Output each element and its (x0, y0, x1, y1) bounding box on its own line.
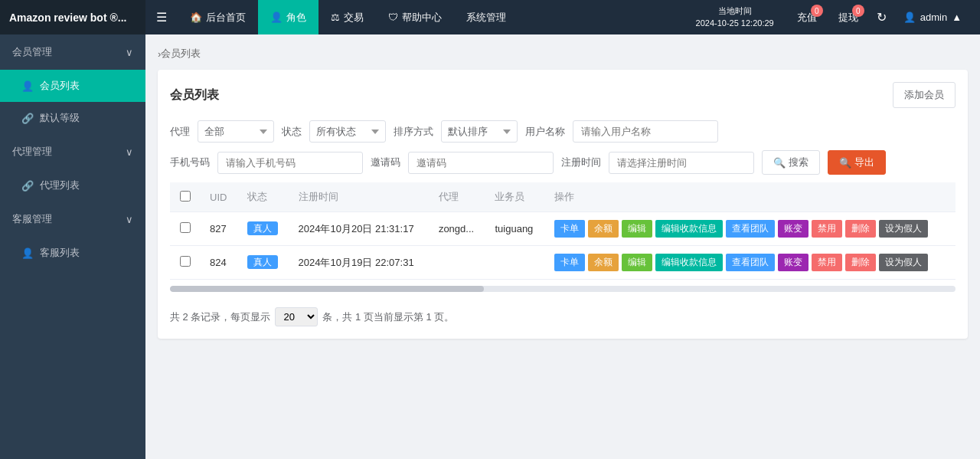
sidebar-item-default-level[interactable]: 🔗 默认等级 (0, 102, 145, 134)
col-register-time: 注册时间 (289, 182, 430, 212)
search-icon: 🔍 (773, 157, 786, 169)
action-btn-余额[interactable]: 余额 (588, 254, 619, 271)
action-btn-删除[interactable]: 删除 (845, 220, 876, 238)
register-filter-input[interactable] (609, 152, 754, 174)
action-btn-编辑[interactable]: 编辑 (622, 254, 652, 271)
withdraw-badge: 0 (852, 5, 864, 17)
select-all-checkbox[interactable] (180, 191, 191, 202)
add-member-button[interactable]: 添加会员 (893, 82, 956, 108)
sidebar-group-agent-mgmt[interactable]: 代理管理 ∨ (0, 134, 145, 169)
recharge-badge: 0 (811, 5, 823, 17)
cell-agent (430, 246, 486, 280)
status-filter-select[interactable]: 所有状态 (309, 120, 386, 143)
action-btn-禁用[interactable]: 禁用 (812, 220, 842, 238)
action-btn-设为假人[interactable]: 设为假人 (879, 254, 928, 271)
action-btn-编辑收款信息[interactable]: 编辑收款信息 (655, 254, 723, 271)
phone-filter-input[interactable] (217, 152, 363, 174)
col-salesperson: 业务员 (485, 182, 544, 212)
cell-actions: 卡单余额编辑编辑收款信息查看团队账变禁用删除设为假人 (545, 246, 956, 280)
col-uid: UID (201, 182, 238, 212)
members-table-wrapper: UID 状态 注册时间 代理 业务员 操作 827真人2024年10月20日 2… (170, 182, 956, 298)
recharge-button[interactable]: 充值 0 (786, 0, 828, 34)
user-menu-button[interactable]: 👤 admin ▲ (894, 0, 971, 34)
chevron-down-icon-3: ∨ (126, 214, 133, 225)
invite-filter-label: 邀请码 (371, 156, 400, 169)
nav-items: 🏠 后台首页 👤 角色 ⚖ 交易 🛡 帮助中心 系统管理 (178, 0, 696, 34)
action-btn-卡单[interactable]: 卡单 (554, 220, 585, 238)
table-header-row: UID 状态 注册时间 代理 业务员 操作 (170, 182, 956, 212)
sidebar-item-agent-list[interactable]: 🔗 代理列表 (0, 169, 145, 202)
sidebar: 会员管理 ∨ 👤 会员列表 🔗 默认等级 代理管理 ∨ 🔗 代理列表 客服管理 … (0, 34, 145, 459)
action-btn-查看团队[interactable]: 查看团队 (726, 254, 775, 271)
page-size-select[interactable]: 102050100 (275, 307, 318, 326)
nav-item-system[interactable]: 系统管理 (454, 0, 518, 34)
member-list-icon: 👤 (21, 80, 34, 92)
invite-filter-input[interactable] (408, 152, 554, 174)
action-btn-账变[interactable]: 账变 (778, 220, 808, 238)
main-content: › 会员列表 会员列表 添加会员 代理 全部 状态 所有状态 排序方式 (145, 34, 980, 459)
datetime-value: 2024-10-25 12:20:29 (696, 18, 774, 29)
action-btn-账变[interactable]: 账变 (778, 254, 808, 271)
action-btn-删除[interactable]: 删除 (845, 254, 876, 271)
sort-filter-select[interactable]: 默认排序 (441, 120, 518, 143)
nav-item-help[interactable]: 🛡 帮助中心 (376, 0, 454, 34)
action-btn-余额[interactable]: 余额 (588, 220, 619, 238)
nav-item-transactions[interactable]: ⚖ 交易 (318, 0, 376, 34)
agent-filter-label: 代理 (170, 125, 190, 139)
cell-uid: 824 (201, 246, 238, 280)
withdraw-button[interactable]: 提现 0 (828, 0, 869, 34)
col-status: 状态 (238, 182, 289, 212)
status-filter-label: 状态 (282, 125, 302, 139)
pagination-total-text: 共 2 条记录，每页显示 (170, 310, 270, 324)
chevron-down-icon: ∨ (126, 47, 133, 58)
sidebar-item-customer-list[interactable]: 👤 客服列表 (0, 237, 145, 269)
cell-salesperson: tuiguang (485, 212, 544, 246)
breadcrumb-item: 会员列表 (161, 47, 201, 61)
collapse-button[interactable]: ☰ (145, 0, 178, 34)
action-btn-卡单[interactable]: 卡单 (554, 254, 585, 271)
cell-status: 真人 (238, 212, 289, 246)
pagination-info: 共 2 条记录，每页显示 102050100 条，共 1 页当前显示第 1 页。 (170, 307, 956, 326)
page-title: 会员列表 (170, 87, 219, 103)
page-header: 会员列表 添加会员 (170, 82, 956, 108)
datetime-label: 当地时间 (696, 5, 774, 17)
sidebar-group-customer-mgmt[interactable]: 客服管理 ∨ (0, 202, 145, 237)
cell-register-time: 2024年10月19日 22:07:31 (289, 246, 430, 280)
export-button[interactable]: 🔍 导出 (828, 150, 886, 175)
top-nav-right: 当地时间 2024-10-25 12:20:29 充值 0 提现 0 ↻ 👤 a… (696, 0, 980, 34)
sidebar-group-member-mgmt[interactable]: 会员管理 ∨ (0, 34, 145, 70)
agent-filter-select[interactable]: 全部 (198, 120, 274, 143)
user-arrow-icon: ▲ (952, 11, 962, 23)
row-1-checkbox[interactable] (180, 256, 191, 267)
table-scrollbar[interactable] (170, 286, 956, 292)
action-btn-设为假人[interactable]: 设为假人 (879, 220, 928, 238)
row-0-checkbox[interactable] (180, 222, 191, 233)
cell-uid: 827 (201, 212, 238, 246)
action-btn-查看团队[interactable]: 查看团队 (726, 220, 775, 238)
row-checkbox-cell (170, 246, 201, 280)
brand-title: Amazon review bot ®... (0, 0, 145, 34)
table-row: 824真人2024年10月19日 22:07:31卡单余额编辑编辑收款信息查看团… (170, 246, 956, 280)
username-filter-input[interactable] (573, 120, 718, 143)
sidebar-item-member-list[interactable]: 👤 会员列表 (0, 70, 145, 102)
nav-item-dashboard[interactable]: 🏠 后台首页 (178, 0, 258, 34)
dashboard-icon: 🏠 (190, 11, 202, 23)
user-icon: 👤 (903, 11, 916, 23)
action-btn-禁用[interactable]: 禁用 (812, 254, 842, 271)
table-scrollbar-thumb (170, 286, 484, 292)
cell-register-time: 2024年10月20日 21:31:17 (289, 212, 430, 246)
status-badge: 真人 (247, 221, 278, 235)
search-button[interactable]: 🔍 搜索 (762, 150, 820, 175)
filter-row-2: 手机号码 邀请码 注册时间 🔍 搜索 🔍 导出 (170, 150, 956, 175)
table-row: 827真人2024年10月20日 21:31:17zongd...tuiguan… (170, 212, 956, 246)
cell-salesperson (485, 246, 544, 280)
transactions-icon: ⚖ (331, 11, 340, 23)
nav-item-roles[interactable]: 👤 角色 (258, 0, 318, 34)
action-btn-编辑[interactable]: 编辑 (622, 220, 652, 238)
customer-list-icon: 👤 (21, 248, 34, 259)
action-btn-编辑收款信息[interactable]: 编辑收款信息 (655, 220, 723, 238)
filter-row-1: 代理 全部 状态 所有状态 排序方式 默认排序 用户名称 (170, 120, 956, 143)
register-filter-label: 注册时间 (561, 156, 601, 169)
refresh-button[interactable]: ↻ (869, 0, 894, 34)
phone-filter-label: 手机号码 (170, 156, 210, 169)
